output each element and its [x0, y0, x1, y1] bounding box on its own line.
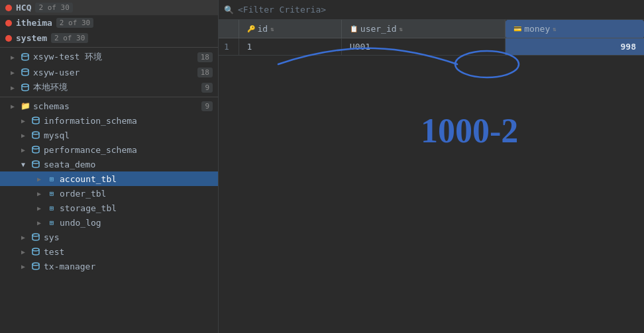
env-item-label: 本地环境 — [33, 81, 199, 93]
schema-name: seata_demo — [44, 160, 213, 169]
connection-name: system — [16, 33, 47, 43]
schema-name: test — [44, 247, 213, 257]
connection-status-dot — [5, 35, 12, 42]
connection-name: HCQ — [16, 3, 31, 13]
schema-name: tx-manager — [44, 262, 213, 271]
svg-point-6 — [32, 161, 39, 164]
svg-point-5 — [32, 146, 39, 149]
chevron-right-icon: ▶ — [21, 117, 28, 124]
env-item-badge: 18 — [197, 68, 213, 77]
svg-point-7 — [32, 234, 39, 236]
key-icon: 🔑 — [247, 25, 255, 32]
chevron-down-icon: ▶ — [11, 103, 17, 110]
schema-name: information_schema — [44, 116, 213, 126]
table-name: account_tbl — [60, 174, 213, 184]
schema-icon — [30, 261, 41, 271]
sort-arrow-icon: ⇅ — [553, 26, 556, 32]
svg-point-2 — [22, 84, 28, 87]
connection-badge: 2 of 30 — [35, 3, 72, 13]
filter-placeholder[interactable]: <Filter Criteria> — [238, 5, 326, 15]
database-icon — [20, 82, 30, 93]
sidebar-item-test[interactable]: ▶ test — [0, 244, 218, 259]
chevron-right-icon: ▶ — [37, 175, 44, 183]
connection-hcq[interactable]: HCQ 2 of 30 — [0, 0, 218, 15]
filter-bar: 🔍 <Filter Criteria> — [219, 0, 644, 20]
sidebar-item-tx-manager[interactable]: ▶ tx-manager — [0, 259, 218, 273]
sidebar-item-performance-schema[interactable]: ▶ performance_schema — [0, 142, 218, 157]
money-col-icon: 💳 — [513, 25, 521, 32]
schema-icon — [30, 130, 41, 140]
connection-itheima[interactable]: itheima 2 of 30 — [0, 15, 218, 30]
annotation-overlay: 1000-2 — [219, 20, 644, 333]
table-icon: ⊞ — [46, 188, 57, 199]
sidebar-item-local-env[interactable]: ▶ 本地环境 9 — [0, 79, 218, 95]
table-name: order_tbl — [60, 189, 213, 199]
schema-name: mysql — [44, 130, 213, 140]
sidebar-item-xsyw-test[interactable]: ▶ xsyw-test 环境 18 — [0, 49, 218, 65]
sidebar-item-seata-demo[interactable]: ▼ seata_demo — [0, 157, 218, 171]
svg-text:1000-2: 1000-2 — [421, 112, 518, 150]
chevron-right-icon: ▶ — [11, 54, 17, 61]
table-area: 🔑 id ⇅ 📋 user_id ⇅ — [219, 20, 644, 333]
col-user-id-label: user_id — [360, 24, 397, 34]
env-item-badge: 9 — [201, 83, 213, 93]
table-name: undo_log — [60, 218, 213, 228]
sidebar-item-storage-tbl[interactable]: ▶ ⊞ storage_tbl — [0, 201, 218, 215]
database-icon — [20, 52, 30, 62]
column-header-id[interactable]: 🔑 id ⇅ — [239, 20, 341, 38]
chevron-right-icon: ▶ — [21, 248, 28, 256]
cell-money[interactable]: 998 — [506, 38, 644, 56]
col-id-label: id — [258, 24, 268, 34]
sidebar-item-information-schema[interactable]: ▶ information_schema — [0, 113, 218, 128]
sort-arrow-icon: ⇅ — [270, 26, 274, 32]
connection-system[interactable]: system 2 of 30 — [0, 30, 218, 46]
column-header-user-id[interactable]: 📋 user_id ⇅ — [341, 20, 505, 38]
schema-icon — [30, 115, 41, 126]
connection-badge: 2 of 30 — [56, 18, 93, 28]
column-icon: 📋 — [350, 25, 358, 32]
schema-icon — [30, 159, 41, 169]
connection-badge: 2 of 30 — [51, 33, 88, 43]
table-icon: ⊞ — [46, 203, 57, 213]
env-item-label: xsyw-test 环境 — [33, 51, 195, 63]
cell-user-id[interactable]: U001 — [341, 38, 505, 56]
table-row[interactable]: 1 1 U001 998 — [219, 38, 644, 56]
sidebar-item-sys[interactable]: ▶ sys — [0, 230, 218, 244]
schemas-count: 9 — [201, 101, 213, 111]
schema-name: performance_schema — [44, 145, 213, 155]
chevron-right-icon: ▶ — [11, 84, 17, 91]
svg-point-1 — [22, 69, 28, 71]
chevron-down-icon: ▼ — [21, 161, 28, 168]
sidebar-item-order-tbl[interactable]: ▶ ⊞ order_tbl — [0, 186, 218, 201]
svg-point-8 — [32, 248, 39, 251]
connection-status-dot — [5, 20, 12, 26]
sort-arrow-icon: ⇅ — [400, 26, 403, 32]
schema-name: sys — [44, 232, 213, 242]
chevron-right-icon: ▶ — [21, 234, 28, 241]
table-name: storage_tbl — [60, 203, 213, 213]
svg-point-0 — [22, 54, 28, 56]
svg-point-9 — [32, 263, 39, 265]
search-icon: 🔍 — [224, 5, 234, 15]
sidebar-item-schemas[interactable]: ▶ 📁 schemas 9 — [0, 99, 218, 113]
sidebar-item-account-tbl[interactable]: ▶ ⊞ account_tbl — [0, 171, 218, 186]
table-icon: ⊞ — [46, 217, 57, 228]
cell-id[interactable]: 1 — [239, 38, 341, 56]
chevron-right-icon: ▶ — [37, 190, 44, 197]
sidebar-item-mysql[interactable]: ▶ mysql — [0, 128, 218, 142]
database-icon — [20, 67, 30, 77]
chevron-right-icon: ▶ — [21, 132, 28, 139]
column-header-money[interactable]: 💳 money ⇅ — [506, 20, 644, 38]
chevron-right-icon: ▶ — [21, 146, 28, 154]
col-money-label: money — [524, 24, 550, 34]
sidebar-divider — [0, 47, 218, 48]
connection-status-dot — [5, 5, 12, 11]
env-item-label: xsyw-user — [33, 68, 195, 77]
sidebar-item-xsyw-user[interactable]: ▶ xsyw-user 18 — [0, 65, 218, 79]
main-content: 🔍 <Filter Criteria> 🔑 id ⇅ — [219, 0, 644, 333]
data-table: 🔑 id ⇅ 📋 user_id ⇅ — [219, 20, 644, 56]
env-item-badge: 18 — [197, 52, 213, 62]
chevron-right-icon: ▶ — [37, 219, 44, 226]
sidebar-item-undo-log[interactable]: ▶ ⊞ undo_log — [0, 215, 218, 230]
table-icon: ⊞ — [46, 173, 57, 184]
